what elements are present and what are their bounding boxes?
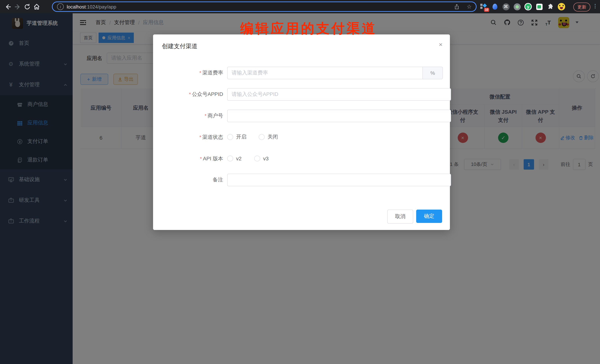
required-asterisk: * — [205, 113, 206, 118]
field-label-appid: *公众号APPID — [153, 88, 223, 100]
field-label-merchant: *商户号 — [153, 109, 223, 122]
rate-placeholder: 请输入渠道费率 — [232, 70, 268, 76]
browser-back-button[interactable] — [3, 2, 13, 11]
create-pay-channel-dialog: 创建支付渠道 × *渠道费率 请输入渠道费率 % *公众号APPID 请输入公众… — [153, 35, 450, 230]
remark-input[interactable] — [227, 174, 451, 186]
extension-icons: 10 ⌘ y — [479, 0, 565, 13]
browser-menu-icon[interactable]: ⋮ — [593, 3, 598, 9]
annotation-text: 编辑应用的支付渠道 — [240, 20, 377, 38]
dialog-close-icon[interactable]: × — [439, 41, 442, 48]
extension-badge: 10 — [484, 8, 489, 12]
radio-circle-icon — [227, 155, 233, 162]
url-text: localhost:1024/pay/app — [67, 4, 116, 9]
appid-placeholder: 请输入公众号APPID — [232, 91, 278, 98]
dialog-title: 创建支付渠道 — [162, 43, 197, 50]
required-asterisk: * — [200, 156, 202, 162]
confirm-button[interactable]: 确定 — [416, 209, 442, 223]
browser-reload-button[interactable] — [22, 2, 32, 11]
share-icon[interactable] — [453, 3, 460, 10]
rate-input[interactable]: 请输入渠道费率 — [227, 67, 432, 79]
extensions-puzzle-icon[interactable] — [546, 2, 554, 11]
appid-input[interactable]: 请输入公众号APPID — [227, 88, 451, 101]
field-label-status: *渠道状态 — [153, 131, 223, 143]
radio-circle-icon — [254, 155, 260, 162]
browser-forward-button[interactable] — [13, 2, 22, 11]
radio-circle-icon — [259, 134, 265, 140]
required-asterisk: * — [189, 91, 191, 97]
browser-toolbar: i localhost:1024/pay/app ☆ 10 ⌘ — [0, 0, 600, 13]
extension-grid-icon[interactable]: 10 — [479, 2, 488, 11]
field-label-api: *API 版本 — [153, 153, 223, 165]
api-radio-v3[interactable]: v3 — [254, 153, 269, 164]
cancel-button[interactable]: 取消 — [387, 209, 413, 224]
field-label-remark: 备注 — [153, 174, 223, 185]
status-radio-open[interactable]: 开启 — [227, 131, 246, 143]
site-info-icon[interactable]: i — [57, 3, 64, 10]
screenshot-stage: i localhost:1024/pay/app ☆ 10 ⌘ — [0, 0, 600, 364]
profile-avatar-icon[interactable] — [557, 2, 565, 11]
merchant-input[interactable] — [227, 109, 451, 122]
browser-home-button[interactable] — [32, 2, 41, 11]
status-radio-closed[interactable]: 关闭 — [259, 131, 278, 143]
browser-update-button[interactable]: 更新 — [573, 3, 590, 11]
extension-chat-icon[interactable] — [535, 2, 543, 11]
radio-circle-icon — [227, 134, 233, 140]
extension-dot-icon[interactable] — [513, 2, 521, 11]
rate-suffix: % — [422, 67, 443, 79]
required-asterisk: * — [199, 134, 201, 140]
url-bar[interactable]: i localhost:1024/pay/app ☆ — [52, 1, 477, 12]
api-radio-v2[interactable]: v2 — [227, 153, 242, 164]
extension-command-icon[interactable]: ⌘ — [502, 2, 510, 11]
field-label-rate: *渠道费率 — [153, 67, 223, 79]
app-page: 芋道管理系统 首页 ⚙ 系统管理 ¥ 支付管理 — [0, 13, 600, 364]
extension-balloon-icon[interactable] — [491, 2, 499, 11]
required-asterisk: * — [199, 70, 201, 75]
bookmark-star-icon[interactable]: ☆ — [466, 3, 473, 10]
extension-y-icon[interactable]: y — [524, 2, 532, 11]
